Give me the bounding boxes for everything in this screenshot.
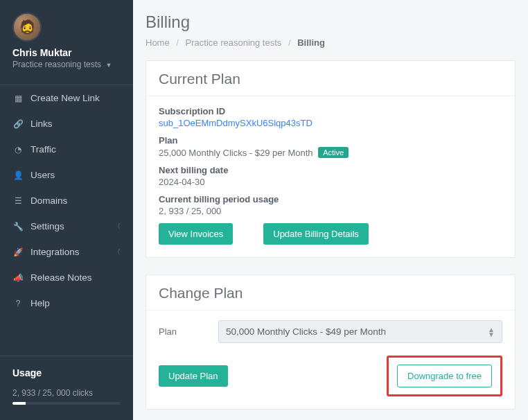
user-icon: 👤 <box>12 170 24 180</box>
megaphone-icon: 📣 <box>12 273 24 283</box>
breadcrumb-org[interactable]: Practice reasoning tests <box>186 37 282 48</box>
nav-label: Users <box>30 170 55 180</box>
profile-block: 🧔 Chris Muktar Practice reasoning tests … <box>0 0 133 78</box>
list-icon: ☰ <box>12 196 24 206</box>
avatar[interactable]: 🧔 <box>12 12 42 42</box>
nav-integrations[interactable]: 🚀 Integrations 〈 <box>0 239 133 265</box>
nav-domains[interactable]: ☰ Domains <box>0 188 133 213</box>
nav-help[interactable]: ? Help <box>0 290 133 316</box>
panel-heading: Current Plan <box>146 61 515 96</box>
org-switcher[interactable]: Practice reasoning tests ▼ <box>12 60 121 69</box>
panel-heading: Change Plan <box>146 275 515 310</box>
usage-text: 2, 933 / 25, 000 clicks <box>12 388 121 398</box>
nav-release-notes[interactable]: 📣 Release Notes <box>0 265 133 290</box>
downgrade-to-free-button[interactable]: Downgrade to free <box>397 365 492 387</box>
nav-label: Links <box>30 119 53 129</box>
nav: ▦ Create New Link 🔗 Links ◔ Traffic 👤 Us… <box>0 85 133 316</box>
button-row: View Invoices Update Billing Details <box>159 223 502 245</box>
panel-body: Plan 50,000 Monthly Clicks - $49 per Mon… <box>146 310 515 409</box>
nav-traffic[interactable]: ◔ Traffic <box>0 137 133 162</box>
wrench-icon: 🔧 <box>12 222 24 231</box>
current-plan-panel: Current Plan Subscription ID sub_1OeEMmD… <box>146 60 516 258</box>
usage-block: Usage 2, 933 / 25, 000 clicks <box>0 356 133 420</box>
status-badge: Active <box>318 147 349 158</box>
plan-select-row: Plan 50,000 Monthly Clicks - $49 per Mon… <box>159 320 502 343</box>
grid-icon: ▦ <box>12 94 24 103</box>
nav-settings[interactable]: 🔧 Settings 〈 <box>0 213 133 239</box>
breadcrumb: Home / Practice reasoning tests / Billin… <box>146 37 516 48</box>
plan-value: 25,000 Monthly Clicks - $29 per Month <box>159 148 313 158</box>
nav-label: Release Notes <box>30 272 92 283</box>
view-invoices-button[interactable]: View Invoices <box>159 223 233 245</box>
breadcrumb-separator: / <box>288 37 291 48</box>
subscription-id-value[interactable]: sub_1OeEMmDdmySXkU6Slqp43sTD <box>159 118 502 128</box>
rocket-icon: 🚀 <box>12 247 24 257</box>
period-usage-value: 2, 933 / 25, 000 <box>159 206 502 216</box>
update-plan-button[interactable]: Update Plan <box>159 365 228 387</box>
link-icon: 🔗 <box>12 119 24 129</box>
chevron-left-icon: 〈 <box>114 247 121 257</box>
downgrade-highlight: Downgrade to free <box>387 356 502 396</box>
nav-label: Domains <box>30 195 67 206</box>
main-content: Billing Home / Practice reasoning tests … <box>133 0 528 420</box>
chevron-down-icon: ▼ <box>105 62 112 69</box>
user-name: Chris Muktar <box>12 47 121 58</box>
usage-title: Usage <box>12 367 121 378</box>
page-title: Billing <box>146 12 516 32</box>
nav-label: Help <box>30 298 50 308</box>
next-billing-label: Next billing date <box>159 165 502 175</box>
usage-bar <box>12 402 121 405</box>
nav-label: Settings <box>30 221 64 231</box>
panel-body: Subscription ID sub_1OeEMmDdmySXkU6Slqp4… <box>146 96 515 257</box>
nav-label: Integrations <box>30 247 80 257</box>
period-usage-label: Current billing period usage <box>159 194 502 204</box>
breadcrumb-home[interactable]: Home <box>146 37 170 48</box>
select-caret-icon: ▲▼ <box>488 327 495 337</box>
usage-bar-fill <box>12 402 26 405</box>
plan-select-value: 50,000 Monthly Clicks - $49 per Month <box>226 326 386 337</box>
plan-value-row: 25,000 Monthly Clicks - $29 per Month Ac… <box>159 147 502 158</box>
plan-select-label: Plan <box>159 326 218 337</box>
breadcrumb-current: Billing <box>297 37 325 48</box>
chevron-left-icon: 〈 <box>114 222 121 231</box>
update-billing-details-button[interactable]: Update Billing Details <box>263 223 369 245</box>
nav-label: Create New Link <box>30 93 100 103</box>
nav-users[interactable]: 👤 Users <box>0 162 133 188</box>
sidebar: 🧔 Chris Muktar Practice reasoning tests … <box>0 0 133 420</box>
plan-select[interactable]: 50,000 Monthly Clicks - $49 per Month ▲▼ <box>218 320 502 343</box>
nav-label: Traffic <box>30 144 56 155</box>
breadcrumb-separator: / <box>176 37 179 48</box>
change-plan-panel: Change Plan Plan 50,000 Monthly Clicks -… <box>146 274 516 410</box>
help-icon: ? <box>12 299 24 308</box>
chart-icon: ◔ <box>12 145 24 155</box>
nav-create-link[interactable]: ▦ Create New Link <box>0 85 133 111</box>
next-billing-value: 2024-04-30 <box>159 177 502 187</box>
subscription-id-label: Subscription ID <box>159 106 502 116</box>
nav-links[interactable]: 🔗 Links <box>0 111 133 137</box>
button-row: Update Plan Downgrade to free <box>159 356 502 396</box>
org-name: Practice reasoning tests <box>12 60 101 69</box>
plan-label: Plan <box>159 135 502 146</box>
